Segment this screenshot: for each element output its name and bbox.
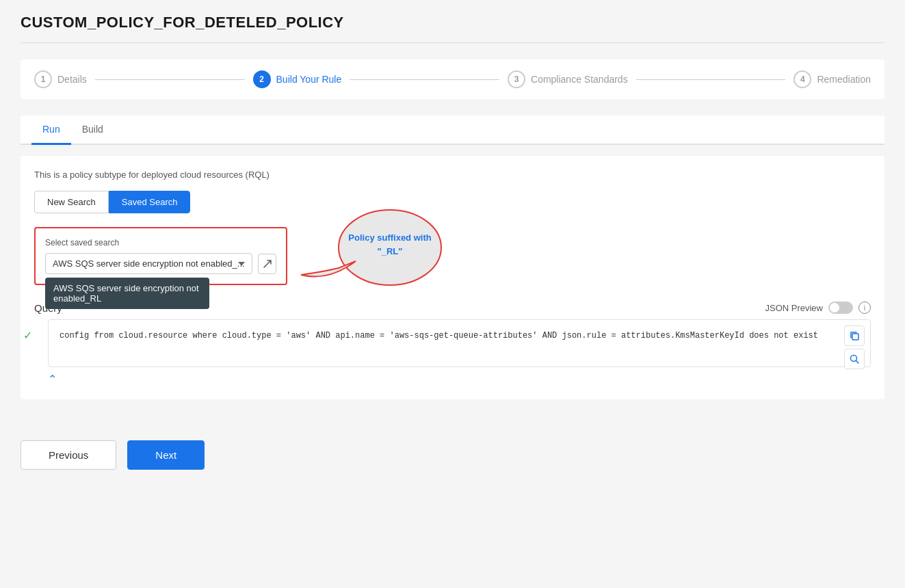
search-toggle: New Search Saved Search	[34, 191, 871, 213]
search-area-container: Select saved search AWS SQS server side …	[34, 227, 871, 386]
subtype-text: This is a policy subtype for deployed cl…	[34, 170, 871, 180]
step-line-3	[636, 79, 786, 80]
check-icon: ✓	[23, 329, 32, 342]
bubble-svg: Policy suffixed with "_RL"	[294, 206, 445, 295]
dropdown-row: AWS SQS server side encryption not enabl…	[45, 253, 276, 274]
previous-button[interactable]: Previous	[21, 440, 116, 470]
step-4: 4 Remediation	[793, 70, 871, 88]
stepper: 1 Details 2 Build Your Rule 3 Compliance…	[21, 59, 884, 99]
external-link-button[interactable]	[258, 254, 276, 274]
step-3-circle: 3	[508, 70, 525, 88]
saved-search-button[interactable]: Saved Search	[109, 191, 191, 213]
step-1-circle: 1	[34, 70, 52, 88]
collapse-icon[interactable]: ⌃	[48, 373, 871, 386]
step-line-2	[350, 79, 499, 80]
info-icon[interactable]: i	[858, 302, 871, 314]
step-3: 3 Compliance Standards	[508, 70, 628, 88]
content-area: This is a policy subtype for deployed cl…	[21, 156, 884, 399]
json-preview-label: JSON Preview	[765, 303, 823, 313]
svg-rect-3	[852, 334, 858, 340]
page-title: CUSTOM_POLICY_FOR_DETELED_POLICY	[21, 14, 884, 43]
query-actions	[844, 325, 865, 369]
dropdown-tooltip: AWS SQS server side encryption not enabl…	[45, 278, 209, 309]
step-4-label: Remediation	[817, 74, 871, 85]
saved-search-box: Select saved search AWS SQS server side …	[34, 227, 287, 285]
tab-build[interactable]: Build	[71, 116, 114, 145]
tab-run[interactable]: Run	[31, 116, 71, 145]
query-code: config from cloud.resource where cloud.t…	[60, 330, 836, 343]
query-code-wrapper: ✓ config from cloud.resource where cloud…	[34, 319, 871, 386]
step-2: 2 Build Your Rule	[253, 70, 342, 88]
search-run-button[interactable]	[844, 349, 865, 369]
svg-point-0	[339, 210, 441, 285]
json-preview-row: JSON Preview i	[765, 302, 871, 314]
json-preview-toggle[interactable]	[828, 302, 853, 314]
query-code-box: config from cloud.resource where cloud.t…	[48, 319, 871, 367]
query-section: Query JSON Preview i ✓ config from cloud…	[34, 302, 871, 386]
step-2-label: Build Your Rule	[276, 74, 342, 85]
copy-button[interactable]	[844, 325, 865, 346]
annotation-bubble: Policy suffixed with "_RL"	[294, 206, 445, 295]
step-1: 1 Details	[34, 70, 87, 88]
new-search-button[interactable]: New Search	[34, 191, 109, 213]
step-3-label: Compliance Standards	[531, 74, 628, 85]
svg-text:"_RL": "_RL"	[378, 246, 403, 256]
svg-text:Policy suffixed with: Policy suffixed with	[348, 232, 431, 243]
bottom-nav: Previous Next	[21, 427, 884, 470]
step-1-label: Details	[57, 74, 87, 85]
tabs: Run Build	[21, 116, 884, 145]
saved-search-label: Select saved search	[45, 238, 276, 248]
step-4-circle: 4	[793, 70, 811, 88]
step-line-1	[95, 79, 245, 80]
next-button[interactable]: Next	[127, 440, 205, 470]
step-2-circle: 2	[253, 70, 271, 88]
saved-search-dropdown[interactable]: AWS SQS server side encryption not enabl…	[45, 253, 252, 274]
